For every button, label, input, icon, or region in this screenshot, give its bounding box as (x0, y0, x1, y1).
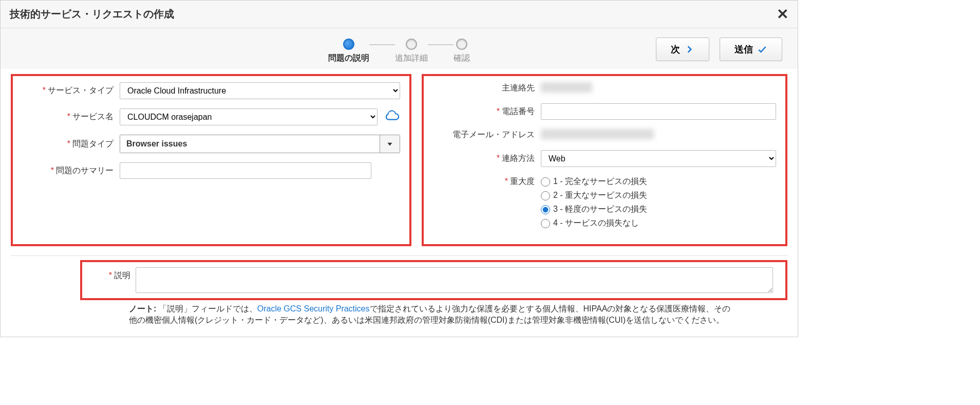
phone-label: *電話番号 (433, 106, 541, 117)
severity-option-label: 1 - 完全なサービスの損失 (553, 176, 647, 187)
severity-label: *重大度 (433, 176, 541, 187)
chevron-down-icon (386, 140, 393, 148)
primary-contact-row: 主連絡先 (433, 82, 776, 94)
problem-type-row: *問題タイプ Browser issues (22, 135, 400, 153)
modal-header: 技術的サービス・リクエストの作成 ✕ (1, 1, 798, 28)
left-panel: *サービス・タイプ Oracle Cloud Infrastructure *サ… (11, 74, 411, 246)
severity-row: *重大度 1 - 完全なサービスの損失 2 - 重大なサービスの損失 3 - 軽… (433, 176, 776, 229)
action-buttons: 次 送信 (656, 38, 782, 61)
service-name-label: *サービス名 (22, 112, 120, 122)
severity-radio-3[interactable] (541, 205, 550, 214)
severity-option-2[interactable]: 2 - 重大なサービスの損失 (541, 190, 776, 201)
step-problem-description[interactable]: 問題の説明 (328, 39, 369, 64)
submit-button[interactable]: 送信 (720, 38, 782, 61)
check-icon (757, 44, 767, 54)
severity-option-label: 2 - 重大なサービスの損失 (553, 190, 647, 201)
stepper-row: 問題の説明 追加詳細 確認 次 送信 (1, 28, 798, 69)
contact-method-select[interactable]: Web (541, 150, 776, 167)
chevron-right-icon (684, 44, 694, 54)
email-row: 電子メール・アドレス (433, 129, 776, 141)
service-type-label: *サービス・タイプ (22, 85, 120, 96)
step-additional-details[interactable]: 追加詳細 (395, 39, 428, 64)
severity-radio-4[interactable] (541, 219, 550, 228)
required-icon: * (51, 166, 54, 175)
close-button[interactable]: ✕ (777, 6, 788, 23)
security-practices-link[interactable]: Oracle GCS Security Practices (257, 304, 370, 313)
note-text: 「説明」フィールドでは、 (159, 304, 257, 313)
email-value (541, 129, 654, 139)
problem-type-combobox[interactable]: Browser issues (120, 135, 400, 153)
problem-type-dropdown-button[interactable] (380, 135, 400, 153)
next-button-label: 次 (671, 43, 680, 56)
service-name-select[interactable]: CLOUDCM orasejapan (120, 108, 378, 125)
severity-radio-group: 1 - 完全なサービスの損失 2 - 重大なサービスの損失 3 - 軽度のサービ… (541, 176, 776, 229)
severity-option-label: 3 - 軽度のサービスの損失 (553, 204, 647, 215)
step-label: 確認 (454, 53, 470, 64)
severity-option-3[interactable]: 3 - 軽度のサービスの損失 (541, 204, 776, 215)
description-label: *説明 (95, 267, 136, 281)
service-name-row: *サービス名 CLOUDCM orasejapan (22, 108, 400, 125)
problem-type-label: *問題タイプ (22, 139, 120, 150)
step-circle-icon (456, 39, 467, 50)
required-icon: * (497, 154, 500, 162)
note-prefix: ノート: (129, 304, 159, 313)
create-sr-modal: 技術的サービス・リクエストの作成 ✕ 問題の説明 追加詳細 確認 次 (0, 0, 798, 337)
primary-contact-label: 主連絡先 (433, 83, 541, 94)
close-icon: ✕ (777, 6, 788, 22)
service-type-select[interactable]: Oracle Cloud Infrastructure (120, 82, 400, 99)
required-icon: * (505, 177, 508, 186)
step-connector (369, 44, 395, 45)
description-section: *説明 ノート: 「説明」フィールドでは、Oracle GCS Security… (11, 260, 787, 326)
submit-button-label: 送信 (734, 43, 753, 56)
summary-input[interactable] (120, 162, 371, 179)
required-icon: * (109, 271, 112, 280)
severity-radio-1[interactable] (541, 177, 550, 187)
problem-type-value: Browser issues (120, 135, 380, 153)
svg-marker-0 (387, 143, 392, 146)
description-panel: *説明 (80, 260, 787, 300)
required-icon: * (43, 86, 46, 95)
required-icon: * (67, 112, 70, 121)
severity-option-label: 4 - サービスの損失なし (553, 218, 639, 229)
phone-row: *電話番号 (433, 103, 776, 120)
severity-option-1[interactable]: 1 - 完全なサービスの損失 (541, 176, 776, 187)
step-label: 問題の説明 (328, 53, 369, 64)
primary-contact-value (541, 82, 592, 93)
required-icon: * (497, 107, 500, 116)
summary-row: *問題のサマリー (22, 162, 400, 179)
severity-radio-2[interactable] (541, 191, 550, 200)
right-panel: 主連絡先 *電話番号 電子メール・アドレス *連絡方法 Web (422, 74, 787, 246)
description-textarea[interactable] (136, 267, 773, 293)
modal-title: 技術的サービス・リクエストの作成 (10, 7, 174, 21)
step-label: 追加詳細 (395, 53, 428, 64)
service-type-row: *サービス・タイプ Oracle Cloud Infrastructure (22, 82, 400, 99)
divider (11, 255, 787, 256)
severity-option-4[interactable]: 4 - サービスの損失なし (541, 218, 776, 229)
stepper: 問題の説明 追加詳細 確認 (328, 39, 470, 64)
description-note: ノート: 「説明」フィールドでは、Oracle GCS Security Pra… (129, 303, 735, 326)
phone-input[interactable] (541, 103, 776, 120)
step-circle-icon (343, 39, 354, 50)
step-confirm[interactable]: 確認 (454, 39, 470, 64)
step-connector (428, 44, 454, 45)
contact-method-label: *連絡方法 (433, 153, 541, 164)
content-area: *サービス・タイプ Oracle Cloud Infrastructure *サ… (1, 69, 798, 251)
cloud-icon (383, 109, 400, 124)
contact-method-row: *連絡方法 Web (433, 150, 776, 167)
step-circle-icon (406, 39, 417, 50)
email-label: 電子メール・アドレス (433, 130, 541, 140)
next-button[interactable]: 次 (656, 38, 709, 61)
required-icon: * (67, 139, 70, 148)
summary-label: *問題のサマリー (22, 165, 120, 176)
